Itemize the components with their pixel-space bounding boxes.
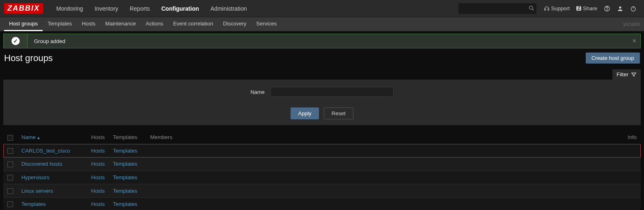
topnav-item-monitoring[interactable]: Monitoring — [50, 0, 89, 17]
close-icon[interactable]: × — [633, 37, 636, 45]
group-name-link[interactable]: Linux servers — [21, 188, 53, 194]
row-checkbox[interactable] — [7, 162, 13, 167]
topnav-item-administration[interactable]: Administration — [205, 0, 253, 17]
host-groups-table: Name▲ Hosts Templates Members Info CARLO… — [3, 131, 641, 210]
members-cell — [146, 197, 620, 210]
filter-name-input[interactable] — [270, 87, 394, 97]
header-members[interactable]: Members — [146, 131, 620, 144]
topnav-item-configuration[interactable]: Configuration — [156, 0, 205, 17]
templates-link[interactable]: Templates — [113, 161, 137, 167]
message-icon-box: ✓ — [4, 34, 28, 48]
subnav-item-event-correlation[interactable]: Event correlation — [168, 17, 218, 31]
reset-button[interactable]: Reset — [324, 107, 353, 119]
members-cell — [146, 184, 620, 198]
members-cell — [146, 158, 620, 171]
hosts-link[interactable]: Hosts — [91, 188, 105, 194]
info-cell — [620, 171, 641, 184]
group-name-link[interactable]: Templates — [21, 201, 46, 207]
search-input[interactable] — [458, 3, 536, 14]
share-badge: Z — [576, 6, 581, 11]
page-title: Host groups — [4, 53, 53, 64]
headset-icon — [544, 6, 550, 11]
header-info[interactable]: Info — [620, 131, 641, 144]
page-header: Host groups Create host group — [0, 48, 644, 69]
group-name-link[interactable]: Discovered hosts — [21, 161, 62, 167]
search-icon[interactable] — [528, 5, 535, 13]
sub-nav-items: Host groupsTemplatesHostsMaintenanceActi… — [4, 17, 282, 31]
svg-line-1 — [532, 9, 534, 10]
topnav-item-reports[interactable]: Reports — [124, 0, 156, 17]
header-checkbox-cell — [3, 131, 17, 144]
svg-rect-3 — [548, 9, 549, 10]
info-cell — [620, 184, 641, 198]
top-nav-right: Support Z Share — [458, 0, 644, 17]
support-label: Support — [551, 5, 570, 11]
subnav-item-maintenance[interactable]: Maintenance — [101, 17, 141, 31]
table-row: Discovered hostsHostsTemplates — [3, 158, 641, 171]
members-cell — [146, 144, 620, 158]
logout-icon[interactable] — [627, 0, 640, 17]
hosts-link[interactable]: Hosts — [91, 148, 105, 154]
logo[interactable]: ZABBIX — [4, 3, 43, 14]
templates-link[interactable]: Templates — [113, 188, 137, 194]
filter-buttons: Apply Reset — [3, 107, 641, 119]
info-cell — [620, 144, 641, 158]
help-icon[interactable] — [600, 0, 614, 17]
row-checkbox[interactable] — [7, 148, 13, 154]
row-checkbox[interactable] — [7, 175, 13, 180]
filter-toggle[interactable]: Filter — [612, 69, 641, 80]
subnav-item-host-groups[interactable]: Host groups — [4, 17, 43, 31]
filter-label: Filter — [616, 71, 628, 78]
message-bar: ✓ Group added × — [3, 34, 641, 48]
apply-button[interactable]: Apply — [291, 107, 319, 119]
sort-asc-icon: ▲ — [37, 135, 41, 140]
filter-tab-row: Filter — [0, 69, 644, 80]
subnav-item-hosts[interactable]: Hosts — [77, 17, 100, 31]
select-all-checkbox[interactable] — [7, 135, 13, 141]
hosts-link[interactable]: Hosts — [91, 201, 105, 207]
hosts-link[interactable]: Hosts — [91, 161, 105, 167]
sub-nav: Host groupsTemplatesHostsMaintenanceActi… — [0, 17, 644, 31]
table-row: TemplatesHostsTemplates — [3, 197, 641, 210]
topnav-item-inventory[interactable]: Inventory — [89, 0, 124, 17]
subnav-item-discovery[interactable]: Discovery — [218, 17, 251, 31]
filter-panel: Name Apply Reset — [3, 80, 641, 125]
table-header-row: Name▲ Hosts Templates Members Info — [3, 131, 641, 144]
header-templates[interactable]: Templates — [109, 131, 146, 144]
info-cell — [620, 158, 641, 171]
subnav-item-actions[interactable]: Actions — [141, 17, 168, 31]
sub-nav-user: ykzabbi — [623, 21, 644, 27]
subnav-item-templates[interactable]: Templates — [43, 17, 77, 31]
row-checkbox[interactable] — [7, 201, 13, 207]
group-name-link[interactable]: Hypervisors — [21, 174, 50, 180]
svg-point-5 — [607, 9, 607, 10]
group-name-link[interactable]: CARLOS_test_cisco — [21, 148, 70, 154]
svg-point-0 — [529, 6, 532, 9]
success-icon: ✓ — [11, 37, 20, 45]
members-cell — [146, 171, 620, 184]
top-nav: ZABBIX MonitoringInventoryReportsConfigu… — [0, 0, 644, 17]
table-body: CARLOS_test_ciscoHostsTemplatesDiscovere… — [3, 144, 641, 210]
table-row: Linux serversHostsTemplates — [3, 184, 641, 198]
filter-field-row: Name — [3, 87, 641, 97]
support-link[interactable]: Support — [541, 0, 573, 17]
filter-icon — [631, 72, 637, 78]
templates-link[interactable]: Templates — [113, 148, 137, 154]
info-cell — [620, 197, 641, 210]
row-checkbox[interactable] — [7, 188, 13, 194]
subnav-item-services[interactable]: Services — [251, 17, 282, 31]
search-wrap — [458, 3, 536, 14]
svg-rect-2 — [544, 9, 545, 10]
message-text: Group added — [28, 38, 65, 44]
templates-link[interactable]: Templates — [113, 201, 137, 207]
header-name[interactable]: Name▲ — [17, 131, 87, 144]
filter-name-label: Name — [250, 89, 265, 95]
user-icon[interactable] — [614, 0, 627, 17]
create-host-group-button[interactable]: Create host group — [586, 52, 640, 64]
templates-link[interactable]: Templates — [113, 174, 137, 180]
hosts-link[interactable]: Hosts — [91, 174, 105, 180]
header-hosts[interactable]: Hosts — [87, 131, 109, 144]
share-link[interactable]: Z Share — [573, 0, 600, 17]
share-label: Share — [583, 5, 597, 11]
table-row: HypervisorsHostsTemplates — [3, 171, 641, 184]
